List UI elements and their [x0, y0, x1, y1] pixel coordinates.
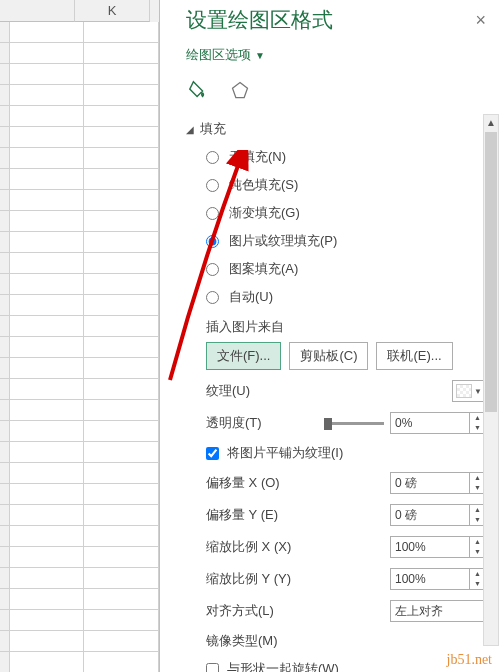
cell[interactable]	[84, 295, 159, 316]
cell[interactable]	[10, 379, 85, 400]
row-header[interactable]	[0, 43, 10, 64]
cell[interactable]	[84, 169, 159, 190]
texture-picker[interactable]: ▼	[452, 380, 486, 402]
cell[interactable]	[10, 253, 85, 274]
cell[interactable]	[84, 316, 159, 337]
cell[interactable]	[84, 85, 159, 106]
row-header[interactable]	[0, 295, 10, 316]
cell[interactable]	[10, 274, 85, 295]
cell[interactable]	[10, 631, 85, 652]
row-header[interactable]	[0, 127, 10, 148]
cell[interactable]	[84, 379, 159, 400]
cell[interactable]	[10, 64, 85, 85]
cell[interactable]	[10, 190, 85, 211]
row-header[interactable]	[0, 274, 10, 295]
radio-gradient-fill[interactable]: 渐变填充(G)	[206, 204, 486, 222]
row-header[interactable]	[0, 64, 10, 85]
cell[interactable]	[10, 148, 85, 169]
cell[interactable]	[84, 148, 159, 169]
cell[interactable]	[10, 169, 85, 190]
transparency-slider[interactable]	[324, 422, 384, 425]
clipboard-button[interactable]: 剪贴板(C)	[289, 342, 368, 370]
cell[interactable]	[10, 652, 85, 672]
row-header[interactable]	[0, 85, 10, 106]
cell[interactable]	[84, 64, 159, 85]
align-select[interactable]: 左上对齐	[390, 600, 486, 622]
tile-checkbox[interactable]: 将图片平铺为纹理(I)	[206, 444, 486, 462]
row-header[interactable]	[0, 232, 10, 253]
cell[interactable]	[10, 421, 85, 442]
cell[interactable]	[84, 589, 159, 610]
cell[interactable]	[84, 547, 159, 568]
col-header-j[interactable]	[0, 0, 75, 22]
cell[interactable]	[10, 568, 85, 589]
row-header[interactable]	[0, 526, 10, 547]
file-button[interactable]: 文件(F)...	[206, 342, 281, 370]
online-button[interactable]: 联机(E)...	[376, 342, 452, 370]
row-header[interactable]	[0, 484, 10, 505]
row-header[interactable]	[0, 358, 10, 379]
radio-no-fill[interactable]: 无填充(N)	[206, 148, 486, 166]
cell[interactable]	[84, 610, 159, 631]
radio-picture-fill[interactable]: 图片或纹理填充(P)	[206, 232, 486, 250]
plot-area-options-dropdown[interactable]: 绘图区选项 ▼	[186, 46, 265, 64]
tab-fill[interactable]	[186, 78, 210, 102]
cell[interactable]	[84, 526, 159, 547]
scroll-up-icon[interactable]: ▲	[484, 115, 498, 131]
row-header[interactable]	[0, 106, 10, 127]
cell[interactable]	[84, 43, 159, 64]
row-header[interactable]	[0, 463, 10, 484]
cell[interactable]	[10, 316, 85, 337]
cell[interactable]	[10, 505, 85, 526]
offset-y-input[interactable]: 0 磅	[390, 504, 470, 526]
cell[interactable]	[10, 610, 85, 631]
cell[interactable]	[84, 421, 159, 442]
col-header-k[interactable]: K	[75, 0, 150, 22]
transparency-input[interactable]: 0%	[390, 412, 470, 434]
row-header[interactable]	[0, 253, 10, 274]
cell[interactable]	[10, 127, 85, 148]
row-header[interactable]	[0, 589, 10, 610]
row-header[interactable]	[0, 190, 10, 211]
cell[interactable]	[84, 442, 159, 463]
close-icon[interactable]: ×	[475, 10, 486, 31]
row-header[interactable]	[0, 421, 10, 442]
row-header[interactable]	[0, 442, 10, 463]
row-header[interactable]	[0, 652, 10, 672]
radio-pattern-fill[interactable]: 图案填充(A)	[206, 260, 486, 278]
row-header[interactable]	[0, 547, 10, 568]
row-header[interactable]	[0, 211, 10, 232]
cell[interactable]	[84, 211, 159, 232]
row-header[interactable]	[0, 316, 10, 337]
scale-y-input[interactable]: 100%	[390, 568, 470, 590]
offset-x-input[interactable]: 0 磅	[390, 472, 470, 494]
row-header[interactable]	[0, 337, 10, 358]
cell[interactable]	[84, 652, 159, 672]
cell[interactable]	[84, 274, 159, 295]
row-header[interactable]	[0, 505, 10, 526]
cell[interactable]	[84, 484, 159, 505]
cell[interactable]	[10, 589, 85, 610]
cell[interactable]	[84, 568, 159, 589]
cell[interactable]	[10, 547, 85, 568]
cell[interactable]	[10, 211, 85, 232]
cell[interactable]	[84, 253, 159, 274]
cell[interactable]	[10, 106, 85, 127]
cell[interactable]	[84, 106, 159, 127]
cell[interactable]	[10, 400, 85, 421]
cell[interactable]	[84, 127, 159, 148]
row-header[interactable]	[0, 568, 10, 589]
cell[interactable]	[10, 484, 85, 505]
cell[interactable]	[84, 337, 159, 358]
fill-section-header[interactable]: ◢ 填充	[186, 120, 486, 138]
radio-solid-fill[interactable]: 纯色填充(S)	[206, 176, 486, 194]
cell[interactable]	[10, 358, 85, 379]
cell[interactable]	[84, 358, 159, 379]
scroll-thumb[interactable]	[485, 132, 497, 412]
cell[interactable]	[10, 526, 85, 547]
row-header[interactable]	[0, 610, 10, 631]
pane-scrollbar[interactable]: ▲	[483, 114, 499, 646]
cell[interactable]	[10, 22, 85, 43]
tab-effects[interactable]	[228, 78, 252, 102]
cell[interactable]	[10, 232, 85, 253]
